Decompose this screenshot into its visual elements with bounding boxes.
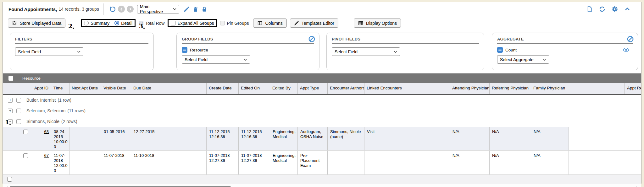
cell-due-date: 12-27-2015 (131, 127, 207, 150)
store-displayed-data-button[interactable]: Store Displayed Data (8, 19, 65, 28)
gear-icon[interactable] (610, 5, 619, 13)
group-by-header-bar: Resource (3, 73, 641, 83)
annotation-marker-3: 3 (139, 23, 145, 29)
toolbar: Store Displayed Data Summary Detail Tota… (3, 16, 641, 30)
annotation-marker-1: 1 (5, 119, 11, 125)
group-row-butler: + Butler, Internist (1 row) (3, 95, 641, 105)
prev-perspective-icon[interactable] (118, 6, 125, 13)
group-row-count: (1 row) (58, 98, 71, 103)
select-all-checkbox[interactable] (8, 76, 13, 81)
group-field-select[interactable]: Select Field (182, 55, 250, 64)
cell-encounter-authors: Simmons, Nicole (nurse) (328, 127, 364, 150)
cell-visible-date: 01-05-2016 (101, 127, 131, 150)
cell-next-apt-date (69, 127, 101, 150)
filters-field-select[interactable]: Select Field (15, 47, 83, 56)
column-header-create-date[interactable]: Create Date (207, 83, 239, 94)
aggregate-select[interactable]: Select Aggregate (497, 55, 549, 64)
group-fields-title: GROUP FIELDS (182, 37, 314, 44)
column-header-encounter-authors[interactable]: Encounter Authors (328, 83, 364, 94)
chevron-down-icon (77, 51, 80, 53)
columns-icon (257, 21, 263, 26)
table-row: 67 11-07-2018 12:00:00 11-07-2018 11-10-… (3, 151, 641, 174)
radio-checked-icon[interactable] (114, 21, 119, 25)
column-header-appt-reason[interactable]: Appt Re (625, 83, 641, 94)
column-header-appt-id[interactable]: Appt ID (22, 83, 51, 94)
pivot-field-select[interactable]: Select Field (332, 47, 400, 56)
edit-perspective-icon[interactable] (182, 5, 191, 13)
cell-family-physician: N/A (531, 151, 569, 174)
group-field-item-resource: Resource (182, 47, 314, 53)
aggregate-item-count: Count (497, 47, 633, 53)
new-document-icon[interactable] (585, 5, 594, 13)
divider (103, 3, 104, 15)
templates-editor-button[interactable]: Templates Editor (290, 19, 338, 28)
column-header-attending-physician[interactable]: Attending Physician (450, 83, 490, 94)
columns-button[interactable]: Columns (253, 19, 286, 28)
row-checkbox[interactable] (23, 153, 28, 158)
row-checkbox[interactable] (23, 130, 28, 134)
expand-all-groups-annotation-box: Expand All Groups (168, 19, 217, 27)
expand-group-icon[interactable]: + (8, 109, 13, 113)
footer-row (3, 175, 641, 184)
column-header-edited-on[interactable]: Edited On (239, 83, 270, 94)
display-options-button[interactable]: Display Options (354, 19, 401, 28)
clear-aggregate-icon[interactable] (627, 35, 634, 43)
checkbox-icon[interactable] (171, 21, 175, 25)
cell-time: 11-07-2018 12:00:00 (51, 151, 69, 174)
next-perspective-icon[interactable] (127, 6, 134, 13)
perspective-select[interactable]: Main Perspective (137, 5, 179, 13)
detail-radio[interactable]: Detail (114, 21, 132, 26)
chevron-down-icon (543, 58, 546, 61)
collapse-panel-icon[interactable] (623, 5, 632, 13)
cell-edited-by: Engineering, Medical (270, 151, 298, 174)
cell-visible-date: 11-07-2018 (101, 151, 131, 174)
appt-id-link[interactable]: 63 (44, 129, 49, 134)
expand-all-groups-checkbox[interactable]: Expand All Groups (171, 21, 214, 26)
refresh-icon[interactable] (598, 5, 607, 13)
cell-attending-physician: N/A (450, 151, 490, 174)
group-row-count: (11 rows) (68, 108, 86, 113)
results-grid: Resource Appt ID Time Next Apt Date Visi… (3, 73, 641, 187)
checkbox-disabled-icon[interactable] (220, 21, 225, 25)
undo-icon[interactable] (108, 5, 117, 13)
column-header-next-apt-date[interactable]: Next Apt Date (69, 83, 101, 94)
divider (346, 18, 346, 29)
footer-checkbox[interactable] (7, 177, 12, 182)
cell-appt-type: Pre-Placement Exam (298, 151, 328, 174)
pin-groups-checkbox[interactable]: Pin Groups (220, 21, 249, 26)
column-header-appt-type[interactable]: Appt Type (298, 83, 328, 94)
page-title: Found Appointments, (8, 7, 57, 12)
group-name: Simmons, Nicole (26, 119, 59, 124)
cell-time: 08-24-2015 10:00:00 (51, 127, 69, 150)
column-header-edited-by[interactable]: Edited By (270, 83, 298, 94)
appt-id-link[interactable]: 67 (44, 153, 49, 158)
filters-panel: FILTERS Select Field (10, 33, 154, 70)
cell-create-date: 11-07-2018 12:27:36 (207, 151, 239, 174)
cell-encounter-authors (328, 151, 364, 174)
column-header-referring-physician[interactable]: Referring Physician (490, 83, 531, 94)
table-grid-icon (358, 21, 364, 26)
remove-aggregate-icon[interactable] (497, 47, 503, 53)
expand-group-icon[interactable]: + (8, 98, 13, 103)
group-checkbox[interactable] (16, 119, 21, 124)
horizontal-scrollbar[interactable] (3, 184, 641, 187)
column-header-family-physician[interactable]: Family Physician (531, 83, 625, 94)
column-header-due-date[interactable]: Due Date (131, 83, 207, 94)
column-header-visible-date[interactable]: Visible Date (101, 83, 131, 94)
group-checkbox[interactable] (16, 109, 21, 113)
group-name: Butler, Internist (26, 98, 56, 103)
delete-perspective-icon[interactable] (191, 5, 200, 13)
column-header-time[interactable]: Time (51, 83, 69, 94)
query-builder-panels: FILTERS Select Field GROUP FIELDS Resour… (3, 30, 641, 73)
summary-radio[interactable]: Summary (84, 21, 109, 26)
cell-appt-type: Audiogram, OSHA Noise (298, 127, 328, 150)
cell-next-apt-date (69, 151, 101, 174)
group-checkbox[interactable] (16, 98, 21, 103)
eye-icon[interactable] (623, 47, 630, 52)
column-header-linked-encounters[interactable]: Linked Encounters (364, 83, 450, 94)
clear-group-fields-icon[interactable] (308, 35, 315, 43)
remove-group-field-icon[interactable] (182, 47, 187, 53)
row-select-cell (3, 151, 22, 174)
radio-icon[interactable] (84, 21, 89, 25)
lock-perspective-icon[interactable] (200, 5, 209, 13)
